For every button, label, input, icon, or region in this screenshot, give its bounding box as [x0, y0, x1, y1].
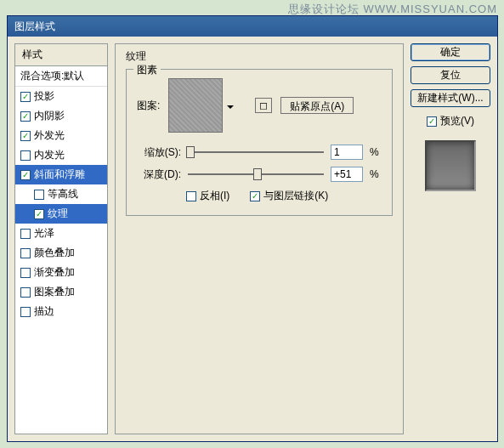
checkbox-icon: ✓	[427, 116, 437, 127]
depth-thumb[interactable]	[253, 168, 262, 180]
style-item-label: 纹理	[48, 207, 68, 221]
style-item-label: 等高线	[48, 187, 78, 201]
pattern-row: 图案: ◻ 贴紧原点(A)	[137, 78, 382, 133]
scale-unit: %	[370, 146, 382, 158]
texture-panel: 纹理 图素 图案: ◻ 贴紧原点(A) 缩放(S):	[115, 43, 404, 434]
titlebar-text: 图层样式	[14, 20, 55, 34]
snap-origin-button[interactable]: 贴紧原点(A)	[280, 97, 354, 114]
style-item-8[interactable]: ✓颜色叠加	[15, 243, 107, 263]
style-item-11[interactable]: ✓描边	[15, 302, 107, 321]
checkbox-icon[interactable]: ✓	[34, 190, 44, 200]
checkbox-icon: ✓	[250, 191, 260, 201]
pattern-label: 图案:	[137, 99, 160, 113]
checkbox-icon[interactable]: ✓	[20, 287, 31, 298]
depth-input[interactable]	[331, 167, 363, 182]
scale-label: 缩放(S):	[137, 145, 181, 160]
right-panel: 确定 复位 新建样式(W)... ✓ 预览(V)	[411, 43, 490, 434]
pattern-fieldset: 图素 图案: ◻ 贴紧原点(A) 缩放(S):	[126, 69, 393, 216]
dialog-body: 样式 混合选项:默认 ✓投影✓内阴影✓外发光✓内发光✓斜面和浮雕✓等高线✓纹理✓…	[8, 37, 497, 441]
preview-thumbnail	[425, 140, 476, 191]
style-item-2[interactable]: ✓外发光	[15, 126, 107, 145]
link-checkbox[interactable]: ✓ 与图层链接(K)	[250, 189, 328, 203]
depth-row: 深度(D): %	[137, 167, 382, 182]
styles-panel: 样式 混合选项:默认 ✓投影✓内阴影✓外发光✓内发光✓斜面和浮雕✓等高线✓纹理✓…	[14, 43, 108, 434]
checkbox-icon[interactable]: ✓	[34, 209, 44, 219]
checkbox-icon[interactable]: ✓	[20, 92, 31, 102]
style-item-label: 颜色叠加	[34, 246, 75, 260]
preview-label: 预览(V)	[440, 114, 474, 128]
scale-thumb[interactable]	[186, 146, 195, 158]
style-item-9[interactable]: ✓渐变叠加	[15, 263, 107, 282]
checkbox-icon[interactable]: ✓	[20, 229, 31, 239]
titlebar[interactable]: 图层样式	[8, 16, 497, 37]
new-preset-button[interactable]: ◻	[255, 98, 272, 113]
checkbox-icon[interactable]: ✓	[20, 307, 31, 317]
blend-label: 混合选项:默认	[20, 69, 84, 83]
styles-header: 样式	[15, 44, 107, 66]
styles-list: 混合选项:默认 ✓投影✓内阴影✓外发光✓内发光✓斜面和浮雕✓等高线✓纹理✓光泽✓…	[15, 66, 107, 434]
section-title: 纹理	[126, 49, 393, 64]
scale-slider[interactable]	[188, 146, 324, 158]
style-item-label: 投影	[34, 89, 54, 104]
scale-input[interactable]	[331, 145, 363, 160]
checkbox-icon[interactable]: ✓	[20, 268, 31, 278]
style-item-10[interactable]: ✓图案叠加	[15, 282, 107, 302]
style-item-label: 光泽	[34, 226, 54, 241]
invert-label: 反相(I)	[200, 189, 229, 203]
preview-checkbox[interactable]: ✓ 预览(V)	[411, 114, 490, 128]
pattern-picker[interactable]	[168, 78, 223, 133]
checkbox-icon[interactable]: ✓	[20, 150, 31, 161]
new-preset-icon: ◻	[259, 99, 268, 111]
style-item-label: 描边	[34, 304, 54, 319]
style-item-3[interactable]: ✓内发光	[15, 145, 107, 165]
blend-options-item[interactable]: 混合选项:默认	[15, 66, 107, 87]
cancel-button[interactable]: 复位	[411, 66, 490, 84]
depth-unit: %	[370, 168, 382, 180]
style-item-7[interactable]: ✓光泽	[15, 224, 107, 243]
style-item-1[interactable]: ✓内阴影	[15, 106, 107, 126]
style-item-label: 图案叠加	[34, 285, 75, 299]
style-item-4[interactable]: ✓斜面和浮雕	[15, 165, 107, 184]
ok-button[interactable]: 确定	[411, 43, 490, 61]
invert-checkbox[interactable]: ✓ 反相(I)	[186, 189, 229, 203]
style-item-5[interactable]: ✓等高线	[15, 184, 107, 204]
new-style-button[interactable]: 新建样式(W)...	[411, 89, 490, 107]
style-item-0[interactable]: ✓投影	[15, 87, 107, 106]
layer-style-dialog: 图层样式 样式 混合选项:默认 ✓投影✓内阴影✓外发光✓内发光✓斜面和浮雕✓等高…	[7, 15, 498, 442]
style-item-label: 内阴影	[34, 109, 65, 123]
style-item-label: 渐变叠加	[34, 265, 75, 280]
style-item-6[interactable]: ✓纹理	[15, 204, 107, 224]
checkbox-icon[interactable]: ✓	[20, 248, 31, 258]
checkbox-icon[interactable]: ✓	[20, 170, 31, 180]
depth-slider[interactable]	[188, 168, 324, 180]
checkbox-icon[interactable]: ✓	[20, 111, 31, 122]
depth-label: 深度(D):	[137, 167, 181, 182]
style-item-label: 斜面和浮雕	[34, 167, 85, 182]
checkbox-icon[interactable]: ✓	[20, 131, 31, 141]
checkbox-icon: ✓	[186, 191, 196, 201]
style-item-label: 外发光	[34, 128, 65, 143]
options-row: ✓ 反相(I) ✓ 与图层链接(K)	[137, 189, 382, 203]
fieldset-label: 图素	[133, 63, 161, 77]
style-item-label: 内发光	[34, 148, 65, 162]
link-label: 与图层链接(K)	[263, 189, 328, 203]
scale-row: 缩放(S): %	[137, 145, 382, 160]
